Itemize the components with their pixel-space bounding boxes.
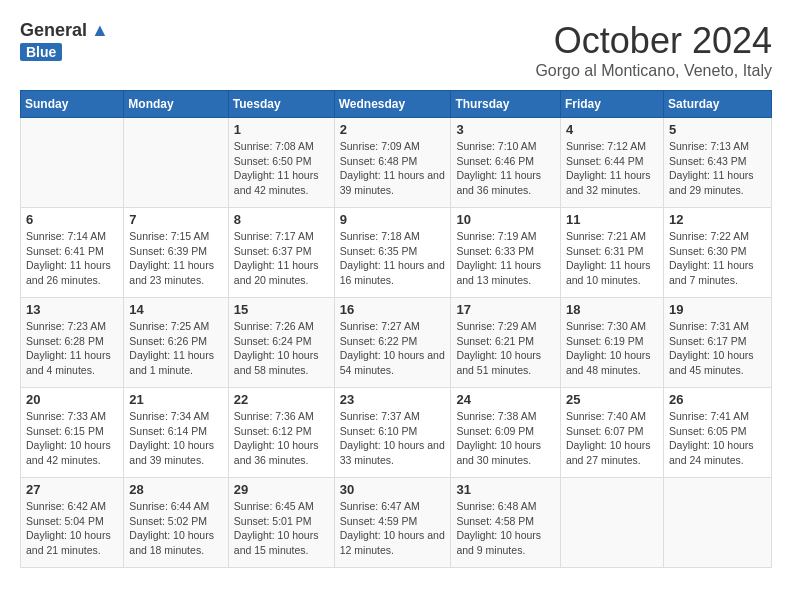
day-number: 3 [456, 122, 555, 137]
calendar-cell [124, 118, 228, 208]
calendar-cell: 18Sunrise: 7:30 AM Sunset: 6:19 PM Dayli… [560, 298, 663, 388]
calendar-cell: 3Sunrise: 7:10 AM Sunset: 6:46 PM Daylig… [451, 118, 561, 208]
calendar-cell: 26Sunrise: 7:41 AM Sunset: 6:05 PM Dayli… [663, 388, 771, 478]
calendar-week-1: 1Sunrise: 7:08 AM Sunset: 6:50 PM Daylig… [21, 118, 772, 208]
day-info: Sunrise: 7:17 AM Sunset: 6:37 PM Dayligh… [234, 229, 329, 288]
logo-blue-text: Blue [20, 43, 62, 61]
calendar-cell: 15Sunrise: 7:26 AM Sunset: 6:24 PM Dayli… [228, 298, 334, 388]
header-saturday: Saturday [663, 91, 771, 118]
calendar-cell: 20Sunrise: 7:33 AM Sunset: 6:15 PM Dayli… [21, 388, 124, 478]
day-number: 1 [234, 122, 329, 137]
day-info: Sunrise: 6:47 AM Sunset: 4:59 PM Dayligh… [340, 499, 446, 558]
day-number: 21 [129, 392, 222, 407]
calendar-cell: 16Sunrise: 7:27 AM Sunset: 6:22 PM Dayli… [334, 298, 451, 388]
header-sunday: Sunday [21, 91, 124, 118]
calendar-cell: 28Sunrise: 6:44 AM Sunset: 5:02 PM Dayli… [124, 478, 228, 568]
page-header: General ▲ Blue October 2024 Gorgo al Mon… [20, 20, 772, 80]
day-info: Sunrise: 7:09 AM Sunset: 6:48 PM Dayligh… [340, 139, 446, 198]
calendar-cell: 9Sunrise: 7:18 AM Sunset: 6:35 PM Daylig… [334, 208, 451, 298]
logo-general-text: General [20, 20, 87, 41]
day-info: Sunrise: 6:45 AM Sunset: 5:01 PM Dayligh… [234, 499, 329, 558]
calendar-cell: 7Sunrise: 7:15 AM Sunset: 6:39 PM Daylig… [124, 208, 228, 298]
day-number: 24 [456, 392, 555, 407]
day-number: 16 [340, 302, 446, 317]
day-number: 15 [234, 302, 329, 317]
day-info: Sunrise: 6:42 AM Sunset: 5:04 PM Dayligh… [26, 499, 118, 558]
day-number: 11 [566, 212, 658, 227]
day-number: 8 [234, 212, 329, 227]
day-info: Sunrise: 7:31 AM Sunset: 6:17 PM Dayligh… [669, 319, 766, 378]
day-number: 19 [669, 302, 766, 317]
calendar-cell: 27Sunrise: 6:42 AM Sunset: 5:04 PM Dayli… [21, 478, 124, 568]
day-number: 4 [566, 122, 658, 137]
day-number: 12 [669, 212, 766, 227]
calendar-cell [560, 478, 663, 568]
calendar-cell: 5Sunrise: 7:13 AM Sunset: 6:43 PM Daylig… [663, 118, 771, 208]
calendar-cell: 25Sunrise: 7:40 AM Sunset: 6:07 PM Dayli… [560, 388, 663, 478]
calendar-cell: 19Sunrise: 7:31 AM Sunset: 6:17 PM Dayli… [663, 298, 771, 388]
calendar-week-4: 20Sunrise: 7:33 AM Sunset: 6:15 PM Dayli… [21, 388, 772, 478]
logo-bird-icon: ▲ [91, 20, 109, 41]
day-number: 28 [129, 482, 222, 497]
day-info: Sunrise: 7:25 AM Sunset: 6:26 PM Dayligh… [129, 319, 222, 378]
day-number: 23 [340, 392, 446, 407]
day-info: Sunrise: 7:29 AM Sunset: 6:21 PM Dayligh… [456, 319, 555, 378]
day-number: 29 [234, 482, 329, 497]
day-number: 9 [340, 212, 446, 227]
location-title: Gorgo al Monticano, Veneto, Italy [535, 62, 772, 80]
calendar-week-2: 6Sunrise: 7:14 AM Sunset: 6:41 PM Daylig… [21, 208, 772, 298]
day-number: 14 [129, 302, 222, 317]
day-info: Sunrise: 7:38 AM Sunset: 6:09 PM Dayligh… [456, 409, 555, 468]
calendar-cell: 29Sunrise: 6:45 AM Sunset: 5:01 PM Dayli… [228, 478, 334, 568]
day-number: 17 [456, 302, 555, 317]
calendar-cell [21, 118, 124, 208]
day-info: Sunrise: 7:23 AM Sunset: 6:28 PM Dayligh… [26, 319, 118, 378]
calendar-cell: 10Sunrise: 7:19 AM Sunset: 6:33 PM Dayli… [451, 208, 561, 298]
day-number: 27 [26, 482, 118, 497]
day-info: Sunrise: 7:13 AM Sunset: 6:43 PM Dayligh… [669, 139, 766, 198]
day-info: Sunrise: 7:36 AM Sunset: 6:12 PM Dayligh… [234, 409, 329, 468]
calendar-cell [663, 478, 771, 568]
header-wednesday: Wednesday [334, 91, 451, 118]
day-number: 13 [26, 302, 118, 317]
calendar-cell: 14Sunrise: 7:25 AM Sunset: 6:26 PM Dayli… [124, 298, 228, 388]
logo: General ▲ Blue [20, 20, 109, 61]
day-info: Sunrise: 7:10 AM Sunset: 6:46 PM Dayligh… [456, 139, 555, 198]
calendar-week-3: 13Sunrise: 7:23 AM Sunset: 6:28 PM Dayli… [21, 298, 772, 388]
calendar-cell: 31Sunrise: 6:48 AM Sunset: 4:58 PM Dayli… [451, 478, 561, 568]
calendar-cell: 12Sunrise: 7:22 AM Sunset: 6:30 PM Dayli… [663, 208, 771, 298]
day-info: Sunrise: 7:19 AM Sunset: 6:33 PM Dayligh… [456, 229, 555, 288]
day-info: Sunrise: 7:08 AM Sunset: 6:50 PM Dayligh… [234, 139, 329, 198]
day-number: 10 [456, 212, 555, 227]
day-info: Sunrise: 7:12 AM Sunset: 6:44 PM Dayligh… [566, 139, 658, 198]
calendar-cell: 30Sunrise: 6:47 AM Sunset: 4:59 PM Dayli… [334, 478, 451, 568]
day-info: Sunrise: 7:26 AM Sunset: 6:24 PM Dayligh… [234, 319, 329, 378]
day-number: 6 [26, 212, 118, 227]
day-info: Sunrise: 7:40 AM Sunset: 6:07 PM Dayligh… [566, 409, 658, 468]
day-number: 30 [340, 482, 446, 497]
header-friday: Friday [560, 91, 663, 118]
calendar-cell: 23Sunrise: 7:37 AM Sunset: 6:10 PM Dayli… [334, 388, 451, 478]
day-info: Sunrise: 7:30 AM Sunset: 6:19 PM Dayligh… [566, 319, 658, 378]
month-title: October 2024 [535, 20, 772, 62]
day-info: Sunrise: 7:22 AM Sunset: 6:30 PM Dayligh… [669, 229, 766, 288]
day-number: 22 [234, 392, 329, 407]
calendar-cell: 13Sunrise: 7:23 AM Sunset: 6:28 PM Dayli… [21, 298, 124, 388]
day-info: Sunrise: 7:41 AM Sunset: 6:05 PM Dayligh… [669, 409, 766, 468]
day-info: Sunrise: 7:15 AM Sunset: 6:39 PM Dayligh… [129, 229, 222, 288]
day-number: 2 [340, 122, 446, 137]
day-number: 25 [566, 392, 658, 407]
day-info: Sunrise: 6:48 AM Sunset: 4:58 PM Dayligh… [456, 499, 555, 558]
calendar-cell: 1Sunrise: 7:08 AM Sunset: 6:50 PM Daylig… [228, 118, 334, 208]
calendar-cell: 4Sunrise: 7:12 AM Sunset: 6:44 PM Daylig… [560, 118, 663, 208]
day-number: 7 [129, 212, 222, 227]
header-monday: Monday [124, 91, 228, 118]
calendar-cell: 11Sunrise: 7:21 AM Sunset: 6:31 PM Dayli… [560, 208, 663, 298]
calendar-cell: 6Sunrise: 7:14 AM Sunset: 6:41 PM Daylig… [21, 208, 124, 298]
day-info: Sunrise: 7:27 AM Sunset: 6:22 PM Dayligh… [340, 319, 446, 378]
calendar-cell: 24Sunrise: 7:38 AM Sunset: 6:09 PM Dayli… [451, 388, 561, 478]
day-info: Sunrise: 7:34 AM Sunset: 6:14 PM Dayligh… [129, 409, 222, 468]
day-info: Sunrise: 7:18 AM Sunset: 6:35 PM Dayligh… [340, 229, 446, 288]
calendar-cell: 22Sunrise: 7:36 AM Sunset: 6:12 PM Dayli… [228, 388, 334, 478]
day-info: Sunrise: 7:21 AM Sunset: 6:31 PM Dayligh… [566, 229, 658, 288]
